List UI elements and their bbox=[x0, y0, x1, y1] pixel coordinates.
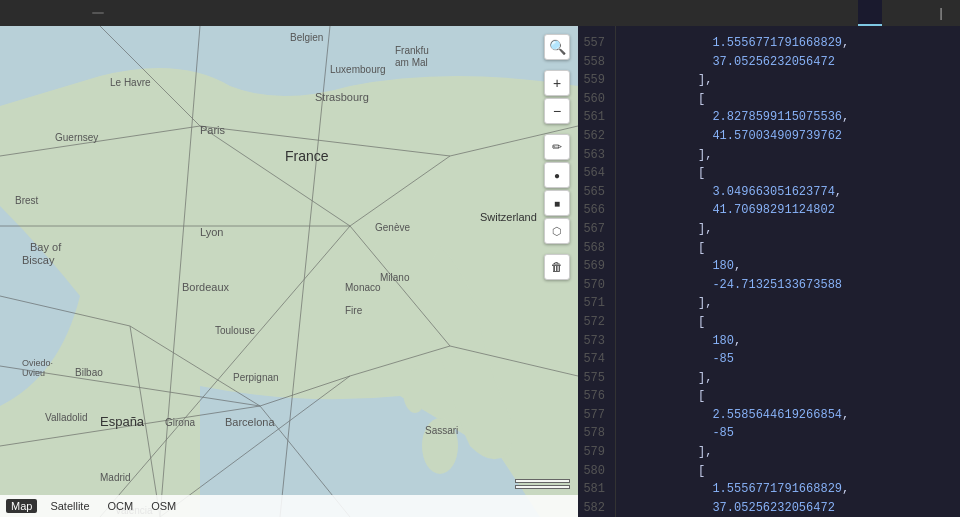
map-svg: France Bay of Biscay España Switzerland … bbox=[0, 26, 578, 517]
svg-text:Luxembourg: Luxembourg bbox=[330, 64, 386, 75]
svg-text:Milano: Milano bbox=[380, 272, 410, 283]
svg-point-2 bbox=[403, 369, 427, 413]
svg-text:Uvieu: Uvieu bbox=[22, 368, 45, 378]
auth-links: | bbox=[930, 6, 952, 20]
svg-text:España: España bbox=[100, 414, 145, 429]
meta-button[interactable] bbox=[72, 11, 86, 15]
svg-text:Switzerland: Switzerland bbox=[480, 211, 537, 223]
collapse-panel-button[interactable] bbox=[842, 11, 858, 15]
svg-text:Toulouse: Toulouse bbox=[215, 325, 255, 336]
main-area: France Bay of Biscay España Switzerland … bbox=[0, 26, 960, 517]
save-button[interactable] bbox=[24, 11, 38, 15]
layer-map-button[interactable]: Map bbox=[6, 499, 37, 513]
svg-text:Sassari: Sassari bbox=[425, 425, 458, 436]
svg-text:Guernsey: Guernsey bbox=[55, 132, 98, 143]
layer-satellite-button[interactable]: Satellite bbox=[45, 499, 94, 513]
svg-text:Brest: Brest bbox=[15, 195, 39, 206]
svg-text:Genève: Genève bbox=[375, 222, 410, 233]
draw-line-button[interactable]: ✏ bbox=[544, 134, 570, 160]
svg-text:Strasbourg: Strasbourg bbox=[315, 91, 369, 103]
open-button[interactable] bbox=[8, 11, 22, 15]
share-button[interactable] bbox=[56, 11, 70, 15]
svg-text:Valladolid: Valladolid bbox=[45, 412, 88, 423]
svg-text:Le Havre: Le Havre bbox=[110, 77, 151, 88]
scale-mi bbox=[515, 485, 570, 489]
search-map-button[interactable]: 🔍 bbox=[544, 34, 570, 60]
svg-text:France: France bbox=[285, 148, 329, 164]
topbar: | bbox=[0, 0, 960, 26]
new-button[interactable] bbox=[40, 11, 54, 15]
json-panel[interactable]: 5575585595605615625635645655665675685695… bbox=[578, 26, 960, 517]
svg-text:Belgien: Belgien bbox=[290, 32, 323, 43]
svg-text:Madrid: Madrid bbox=[100, 472, 131, 483]
scale-km bbox=[515, 479, 570, 483]
svg-text:Girona: Girona bbox=[165, 417, 195, 428]
svg-text:Oviedo·: Oviedo· bbox=[22, 358, 53, 368]
draw-polygon-button[interactable]: ⬡ bbox=[544, 218, 570, 244]
svg-text:Biscay: Biscay bbox=[22, 254, 55, 266]
svg-text:Bordeaux: Bordeaux bbox=[182, 281, 230, 293]
zoom-out-button[interactable]: − bbox=[544, 98, 570, 124]
topbar-right: | bbox=[842, 0, 952, 26]
svg-text:Bay of: Bay of bbox=[30, 241, 62, 253]
unsaved-badge bbox=[92, 12, 104, 14]
tab-json[interactable] bbox=[858, 0, 882, 26]
json-content: 1.5556771791668829, 37.05256232056472 ],… bbox=[616, 26, 960, 517]
trash-button[interactable]: 🗑 bbox=[544, 254, 570, 280]
svg-text:Paris: Paris bbox=[200, 124, 226, 136]
svg-text:Fire: Fire bbox=[345, 305, 363, 316]
layer-osm-button[interactable]: OSM bbox=[146, 499, 181, 513]
svg-text:Barcelona: Barcelona bbox=[225, 416, 275, 428]
svg-text:am Mal: am Mal bbox=[395, 57, 428, 68]
map-bottom-bar: Map Satellite OCM OSM bbox=[0, 495, 578, 517]
tab-help[interactable] bbox=[906, 0, 930, 26]
svg-text:Bilbao: Bilbao bbox=[75, 367, 103, 378]
svg-text:Monaco: Monaco bbox=[345, 282, 381, 293]
map-controls: 🔍 + − ✏ ● ■ ⬡ 🗑 bbox=[544, 34, 570, 280]
tab-table[interactable] bbox=[882, 0, 906, 26]
line-numbers: 5575585595605615625635645655665675685695… bbox=[578, 26, 616, 517]
svg-text:Frankfu: Frankfu bbox=[395, 45, 429, 56]
layer-ocm-button[interactable]: OCM bbox=[103, 499, 139, 513]
svg-text:Perpignan: Perpignan bbox=[233, 372, 279, 383]
map-scale bbox=[515, 479, 570, 489]
draw-point-button[interactable]: ● bbox=[544, 162, 570, 188]
zoom-in-button[interactable]: + bbox=[544, 70, 570, 96]
draw-rect-button[interactable]: ■ bbox=[544, 190, 570, 216]
map-container[interactable]: France Bay of Biscay España Switzerland … bbox=[0, 26, 578, 517]
svg-text:Lyon: Lyon bbox=[200, 226, 223, 238]
